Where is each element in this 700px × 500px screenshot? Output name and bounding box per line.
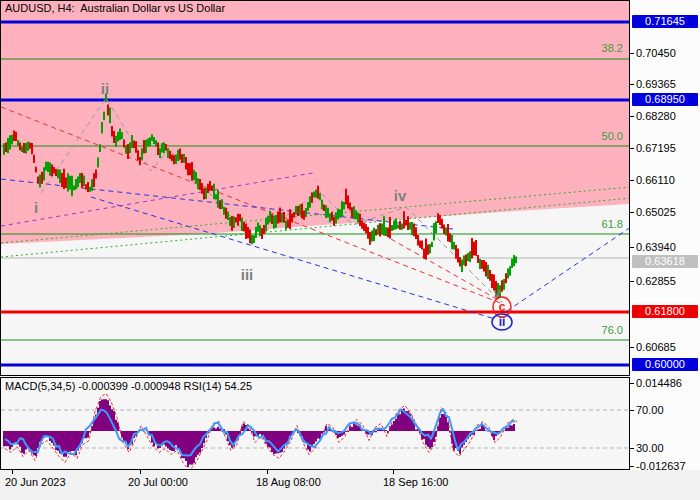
price-axis-tick [630, 84, 634, 85]
price-axis-tick [630, 116, 634, 117]
price-axis-tick [630, 53, 634, 54]
price-axis-tick [630, 180, 634, 181]
price-badge: 0.60000 [632, 358, 698, 371]
price-axis-tick [630, 410, 634, 411]
time-axis-label: 20 Jun 2023 [5, 476, 66, 488]
price-axis-label: -0.012637 [636, 460, 686, 473]
time-axis-label: 18 Sep 16:00 [383, 476, 448, 488]
price-axis-tick [630, 383, 634, 384]
price-axis-tick [630, 212, 634, 213]
price-chart-panel[interactable]: AUDUSD, H4: Australian Dollar vs US Doll… [0, 0, 630, 376]
wave-label-v[interactable]: v [493, 285, 500, 300]
time-axis-tick [393, 470, 394, 474]
price-badge: 0.63618 [632, 255, 698, 268]
price-axis-tick [630, 448, 634, 449]
time-axis-tick [267, 470, 268, 474]
price-axis-label: 0.60685 [636, 341, 676, 354]
price-axis-label: 0.65025 [636, 206, 676, 219]
price-badge: 0.71645 [632, 15, 698, 28]
wave-label-iii[interactable]: iii [241, 266, 254, 283]
price-axis-tick [630, 347, 634, 348]
price-badge: 0.61800 [632, 305, 698, 318]
fib-label: 76.0 [602, 324, 623, 336]
price-chart-canvas[interactable] [1, 1, 629, 375]
price-badge: 0.68950 [632, 93, 698, 106]
fib-label: 50.0 [602, 130, 623, 142]
wave-label-ii[interactable]: ii [499, 315, 506, 329]
time-axis-label: 20 Jul 00:00 [128, 476, 188, 488]
macd-indicator-label: MACD(5,34,5) -0.000399 -0.000948 RSI(14)… [5, 380, 252, 392]
pink-pattern-zone [1, 1, 629, 244]
price-axis-label: 0.67195 [636, 142, 676, 155]
macd-indicator-panel[interactable]: MACD(5,34,5) -0.000399 -0.000948 RSI(14)… [0, 377, 630, 470]
price-axis-tick [630, 247, 634, 248]
time-axis-tick [140, 470, 141, 474]
price-axis-tick [630, 466, 634, 467]
price-axis-label: 0.62855 [636, 275, 676, 288]
fib-label: 38.2 [602, 42, 623, 54]
price-axis[interactable]: 0.716450.704500.693650.689500.682800.671… [630, 0, 700, 470]
price-axis-label: 0.70450 [636, 47, 676, 60]
wave-label-iv[interactable]: iv [394, 187, 407, 204]
chart-title: AUDUSD, H4: Australian Dollar vs US Doll… [5, 2, 225, 14]
wave-label-c[interactable]: c [499, 300, 506, 314]
time-axis-label: 18 Aug 08:00 [256, 476, 321, 488]
price-axis-tick [630, 281, 634, 282]
wave-label-ii[interactable]: ii [101, 80, 109, 97]
price-axis-label: 0.68280 [636, 110, 676, 123]
price-axis-label: 30.00 [636, 442, 664, 455]
price-axis-label: 0.66110 [636, 174, 675, 187]
wave-label-i[interactable]: i [34, 199, 38, 216]
price-axis-tick [630, 148, 634, 149]
fib-label: 61.8 [602, 218, 623, 230]
price-axis-label: 70.00 [636, 404, 664, 417]
macd-histogram [4, 399, 514, 467]
price-axis-label: 0.63940 [636, 241, 676, 254]
trendline[interactable] [507, 227, 629, 311]
price-axis-label: 0.014486 [636, 377, 682, 390]
price-axis-label: 0.69365 [636, 78, 676, 91]
time-axis-tick [12, 470, 13, 474]
